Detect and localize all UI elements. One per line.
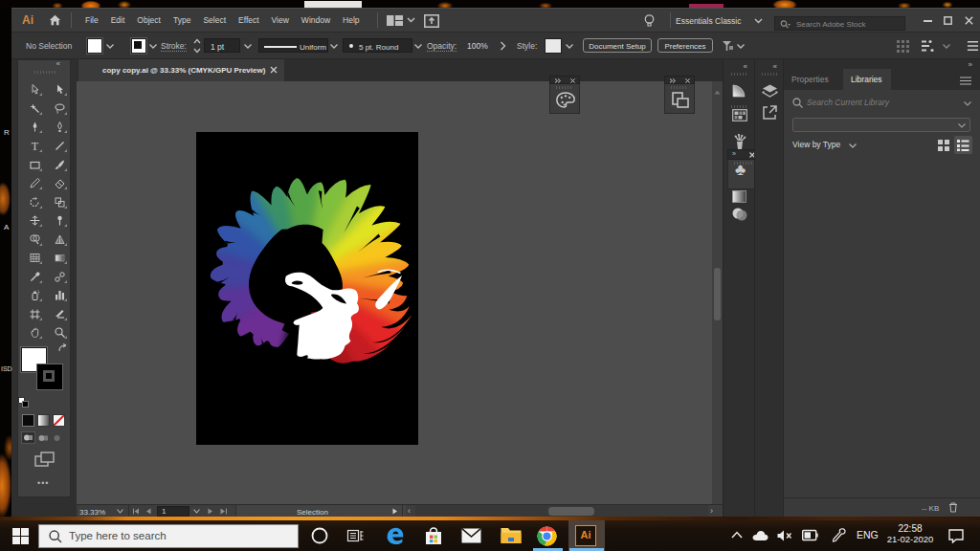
svg-text:T: T: [32, 141, 39, 151]
